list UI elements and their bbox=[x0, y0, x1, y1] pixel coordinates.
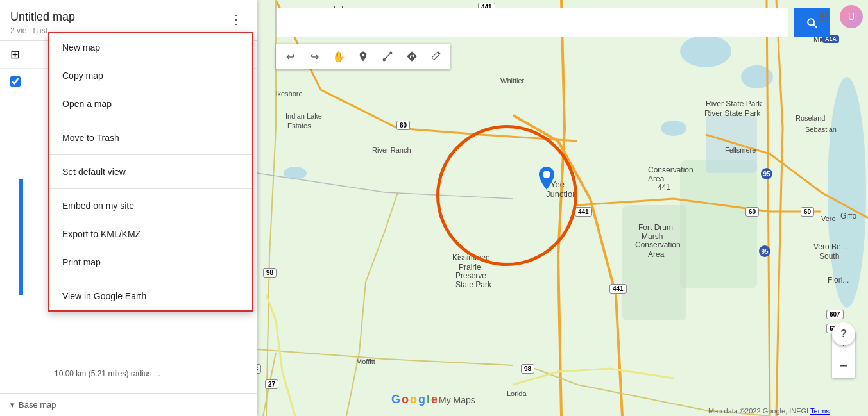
label-cons-area: Conservation bbox=[635, 240, 681, 249]
line-icon bbox=[382, 51, 393, 62]
base-map-section[interactable]: ▾ Base map bbox=[10, 400, 246, 410]
layers-button[interactable]: ⊞ bbox=[10, 47, 20, 62]
label-kissimmee: Kissimmee bbox=[452, 253, 490, 262]
label-florida: Flori... bbox=[828, 276, 849, 285]
last-edited: Last bbox=[33, 26, 47, 35]
undo-button[interactable]: ↩ bbox=[278, 46, 302, 67]
label-lakeshore: lkeshore bbox=[276, 90, 303, 97]
top-bar bbox=[276, 6, 830, 38]
chevron-icon: ▾ bbox=[10, 400, 15, 410]
label-conservation: Area bbox=[648, 174, 664, 183]
search-input[interactable] bbox=[276, 8, 788, 37]
label-sebastian: Sebastian bbox=[805, 126, 837, 133]
add-marker-button[interactable] bbox=[352, 46, 375, 67]
apps-icon bbox=[817, 10, 830, 23]
badge-27: 27 bbox=[265, 379, 278, 389]
menu-divider-2 bbox=[49, 154, 252, 155]
menu-item-copy-map[interactable]: Copy map bbox=[49, 62, 252, 90]
label-south: South bbox=[819, 252, 839, 261]
label-vero-beach: Vero Be... bbox=[813, 242, 847, 251]
svg-line-12 bbox=[385, 54, 390, 59]
menu-item-open-map[interactable]: Open a map bbox=[49, 90, 252, 118]
base-map-text: Base map bbox=[19, 400, 56, 410]
label-state-park2: State Park bbox=[455, 280, 491, 289]
radio-distance-label: 10.00 km (5.21 miles) radius ... bbox=[55, 367, 160, 381]
hand-tool-button[interactable]: ✋ bbox=[327, 46, 350, 67]
menu-item-move-trash[interactable]: Move to Trash bbox=[49, 124, 252, 152]
three-dot-menu-button[interactable]: ⋮ bbox=[226, 10, 246, 28]
menu-divider-1 bbox=[49, 121, 252, 121]
label-indian-lake: Indian Lake bbox=[285, 112, 322, 120]
badge-441-mid: 441 bbox=[575, 207, 592, 217]
ruler-icon bbox=[430, 51, 442, 62]
badge-95-top: 95 bbox=[761, 168, 772, 179]
badge-60-far: 60 bbox=[801, 207, 814, 217]
svg-rect-5 bbox=[680, 160, 757, 288]
views-count: 2 vie bbox=[10, 26, 26, 35]
badge-95-bot: 95 bbox=[759, 245, 770, 257]
context-menu: New map Copy map Open a map Move to Tras… bbox=[48, 32, 253, 312]
label-st-sebastian: River State Park bbox=[706, 99, 762, 108]
label-marsh: Marsh bbox=[642, 232, 663, 241]
badge-98-bot: 98 bbox=[521, 364, 534, 374]
directions-icon bbox=[406, 51, 418, 62]
svg-point-1 bbox=[680, 35, 731, 67]
label-vero: Vero bbox=[821, 215, 836, 222]
badge-441-bot: 441 bbox=[609, 284, 627, 294]
label-whittier: Whittier bbox=[500, 77, 524, 85]
label-basinger: Lorida bbox=[507, 390, 527, 397]
menu-item-print[interactable]: Print map bbox=[49, 248, 252, 276]
label-yee: Yee bbox=[550, 179, 565, 189]
terms-link[interactable]: Terms bbox=[810, 407, 830, 415]
map-attribution: Map data ©2022 Google, INEGI Terms bbox=[708, 407, 830, 415]
zoom-out-button[interactable]: − bbox=[832, 354, 855, 378]
toolbar: ↩ ↪ ✋ bbox=[276, 44, 450, 69]
top-right-area: U bbox=[812, 5, 863, 28]
redo-button[interactable]: ↪ bbox=[303, 46, 326, 67]
user-avatar[interactable]: U bbox=[840, 5, 863, 28]
blue-accent-strip bbox=[19, 179, 23, 295]
badge-98-left: 98 bbox=[263, 268, 277, 278]
label-area2: Area bbox=[648, 250, 664, 259]
label-area: 441 bbox=[658, 183, 670, 192]
label-fort-drum: Fort Drum bbox=[638, 223, 673, 232]
menu-item-new-map[interactable]: New map bbox=[49, 33, 252, 62]
layer-checkbox-1[interactable] bbox=[10, 76, 21, 87]
svg-point-3 bbox=[661, 121, 686, 136]
menu-item-set-default[interactable]: Set default view bbox=[49, 158, 252, 186]
svg-point-10 bbox=[383, 59, 385, 61]
label-prairie: Prairie bbox=[459, 263, 481, 272]
label-river-ranch: River Ranch bbox=[372, 146, 411, 154]
badge-607: 607 bbox=[826, 310, 844, 319]
apps-button[interactable] bbox=[812, 5, 835, 28]
label-lorida: Moffitt bbox=[356, 358, 375, 365]
menu-item-embed[interactable]: Embed on my site bbox=[49, 192, 252, 220]
base-map-footer: ▾ Base map bbox=[0, 393, 257, 416]
menu-item-export-kml[interactable]: Export to KML/KMZ bbox=[49, 220, 252, 248]
label-roseland: Roseland bbox=[796, 114, 825, 122]
map-title: Untitled map bbox=[10, 10, 75, 24]
help-button[interactable]: ? bbox=[832, 322, 855, 345]
label-fellsmere: Fellsmere bbox=[725, 146, 756, 154]
pin-icon bbox=[357, 51, 369, 62]
google-logo: Google My Maps bbox=[391, 393, 475, 406]
attribution-text: Map data ©2022 Google, INEGI bbox=[708, 407, 808, 415]
menu-divider-4 bbox=[49, 279, 252, 279]
svg-point-11 bbox=[390, 52, 392, 54]
label-preserve: Preserve bbox=[455, 271, 486, 280]
measure-button[interactable] bbox=[425, 46, 448, 67]
badge-60: 60 bbox=[396, 121, 410, 130]
layers-icon: ⊞ bbox=[10, 47, 20, 62]
label-junction: Junction bbox=[546, 189, 577, 199]
add-directions-button[interactable] bbox=[400, 46, 423, 67]
svg-rect-6 bbox=[622, 205, 686, 320]
draw-line-button[interactable] bbox=[376, 46, 399, 67]
svg-rect-7 bbox=[706, 115, 757, 173]
menu-divider-3 bbox=[49, 188, 252, 189]
label-giffo: Giffo bbox=[840, 212, 856, 220]
label-river-state: River State Park bbox=[704, 109, 760, 118]
menu-item-google-earth[interactable]: View in Google Earth bbox=[49, 282, 252, 310]
label-estates: Estates bbox=[287, 122, 311, 129]
svg-point-8 bbox=[828, 77, 866, 308]
label-blue-cypress: Conservation bbox=[648, 165, 694, 174]
